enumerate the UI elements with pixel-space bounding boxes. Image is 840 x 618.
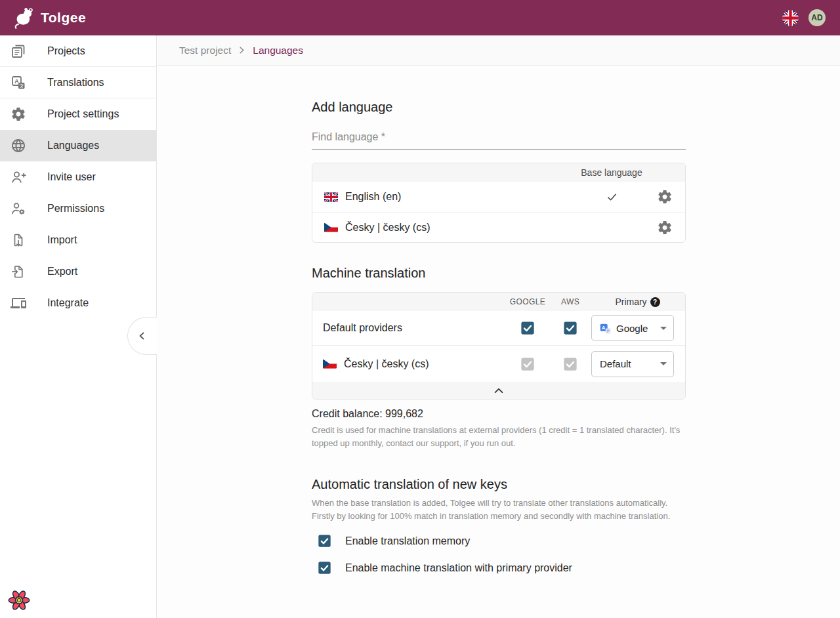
primary-column-header: Primary [615,297,646,307]
credit-balance: Credit balance: 999,682 [312,408,686,420]
breadcrumb-current[interactable]: Languages [253,45,303,56]
machine-translation-title: Machine translation [312,264,686,281]
auto-translation-title: Automatic translation of new keys [312,476,686,493]
checkbox-label: Enable machine translation with primary … [345,562,572,574]
export-file-icon [10,264,26,279]
mt-row-label: Default providers [323,322,402,334]
languages-table: Base language [312,163,686,243]
machine-translation-checkbox[interactable] [318,561,331,575]
aws-column-header: AWS [551,297,590,306]
cz-flag-icon [323,359,337,369]
language-switcher-flag-icon[interactable] [782,10,799,26]
cz-flag-icon [324,222,338,232]
import-file-icon [10,232,26,248]
breadcrumb: Test project Languages [158,35,840,66]
google-checkbox-disabled [520,357,535,371]
translations-icon: A [10,75,26,91]
chevron-right-icon [238,47,245,54]
checkbox-label: Enable translation memory [345,535,470,547]
sidebar-item-label: Import [47,234,77,246]
sidebar-item-permissions[interactable]: Permissions [0,193,156,224]
auto-translation-description: When the base translation is added, Tolg… [312,497,686,522]
language-row-czech: Česky | česky (cs) [312,212,685,242]
svg-text:A: A [602,325,606,331]
sidebar-item-invite-user[interactable]: Invite user [0,161,156,193]
sidebar-item-project-settings[interactable]: Project settings [0,98,156,130]
help-icon[interactable]: ? [650,297,660,307]
sidebar-item-integrate[interactable]: Integrate [0,287,156,319]
base-language-checkmark-icon [579,192,644,203]
projects-icon [10,43,26,59]
add-language-title: Add language [312,98,686,115]
avatar[interactable]: AD [808,9,826,26]
brand-logo[interactable]: Tolgee [14,7,86,29]
selected-provider: Default [600,358,655,369]
language-settings-gear-icon[interactable] [656,188,674,206]
enable-machine-translation-row: Enable machine translation with primary … [312,561,686,575]
globe-icon [10,138,26,154]
sidebar-item-projects[interactable]: Projects [0,35,156,67]
find-language-input[interactable] [312,127,686,150]
sidebar-item-label: Export [47,266,77,278]
sidebar-item-translations[interactable]: A Translations [0,67,156,98]
tolgee-mouse-icon [14,7,35,29]
svg-text:A: A [14,77,19,84]
sidebar-collapse-button[interactable] [127,317,157,355]
sidebar-item-label: Permissions [47,203,104,215]
translation-memory-checkbox[interactable] [318,534,331,548]
languages-table-header: Base language [312,163,685,182]
sidebar-item-label: Languages [47,140,99,152]
language-settings-gear-icon[interactable] [656,218,674,237]
main-area: Test project Languages Add language Base… [158,35,840,618]
person-add-icon [10,169,26,185]
aws-checkbox[interactable] [563,321,578,335]
dropdown-arrow-icon [660,327,667,330]
mt-row-czech: Česky | česky (cs) [312,345,685,382]
google-column-header: GOOGLE [505,297,551,306]
devices-icon [10,295,26,311]
app-header: Tolgee AD [0,0,840,35]
gb-flag-icon [324,192,338,202]
sidebar-item-import[interactable]: Import [0,224,156,256]
base-language-column-header: Base language [579,167,644,178]
brand-name: Tolgee [41,10,86,26]
sidebar: Projects A Translations Project settings… [0,35,157,618]
selected-provider: Google [616,323,655,334]
mt-row-label: Česky | česky (cs) [344,358,429,370]
gear-icon [10,106,26,122]
primary-provider-select[interactable]: A Google [591,315,674,341]
sidebar-item-label: Integrate [47,297,89,309]
sidebar-item-languages[interactable]: Languages [0,130,156,161]
sidebar-item-export[interactable]: Export [0,256,156,287]
chevron-left-icon [137,331,148,341]
google-translate-icon: A [600,323,611,334]
credit-description: Credit is used for machine translations … [312,424,686,449]
sidebar-item-label: Project settings [47,108,119,120]
dropdown-arrow-icon [660,362,667,365]
chevron-up-icon [493,387,505,394]
mt-table-header: GOOGLE AWS Primary ? [312,293,685,311]
language-name: Česky | česky (cs) [345,222,430,234]
sidebar-item-label: Translations [47,77,104,89]
react-query-devtools-button[interactable] [7,588,31,612]
aws-checkbox-disabled [563,357,578,371]
language-row-english: English (en) [312,182,685,212]
primary-provider-select[interactable]: Default [591,351,674,377]
mt-table-collapse-button[interactable] [312,382,685,399]
sidebar-item-label: Invite user [47,171,96,183]
enable-translation-memory-row: Enable translation memory [312,534,686,548]
breadcrumb-project[interactable]: Test project [179,45,231,56]
google-checkbox[interactable] [520,321,535,335]
sidebar-item-label: Projects [47,45,85,57]
person-gear-icon [10,201,26,216]
mt-row-default-providers: Default providers [312,311,685,345]
language-name: English (en) [345,191,401,203]
machine-translation-table: GOOGLE AWS Primary ? Default providers [312,292,686,400]
